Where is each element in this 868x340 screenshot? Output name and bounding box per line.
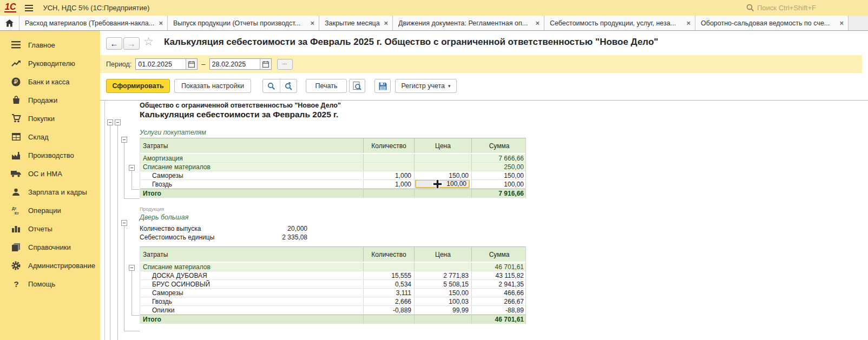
cell-qty[interactable]: 2,666 (363, 297, 414, 305)
cell-qty[interactable]: 15,555 (363, 271, 414, 279)
close-icon[interactable]: × (384, 19, 388, 27)
table-row[interactable]: Гвоздь 1,000 100,00 100,00 (140, 180, 525, 189)
cell-name[interactable]: Гвоздь (140, 180, 363, 188)
table-row[interactable]: Саморезы 1,000 150,00 150,00 (140, 171, 525, 180)
cell-name[interactable]: Опилки (140, 306, 363, 314)
find-next-button[interactable] (280, 79, 297, 92)
cell-price[interactable]: 100,03 (414, 297, 471, 305)
sidebar-item-operacii[interactable]: ДтКт Операции (0, 201, 100, 219)
cell-sum[interactable]: 46 701,61 (471, 263, 527, 271)
cell-qty[interactable]: 3,111 (363, 289, 414, 297)
global-search[interactable] (746, 4, 863, 12)
cell-name[interactable]: Саморезы (140, 171, 363, 179)
tab-month-closing[interactable]: Закрытие месяца × (319, 16, 393, 30)
selected-cell[interactable]: 100,00 (414, 180, 471, 188)
cell-price[interactable] (414, 315, 471, 324)
table-row[interactable]: Саморезы 3,111 150,00 466,66 (140, 289, 525, 297)
sidebar-item-os-i-nma[interactable]: ОС и НМА (0, 164, 100, 183)
cell-sum[interactable]: 150,00 (471, 171, 527, 179)
forward-button[interactable]: → (123, 37, 140, 50)
cell-sum[interactable]: 100,00 (471, 180, 527, 188)
find-button[interactable] (263, 79, 280, 92)
cell-sum[interactable]: 2 941,35 (471, 280, 527, 288)
cell-sum[interactable]: 46 701,61 (471, 315, 527, 324)
close-icon[interactable]: × (310, 19, 314, 27)
cell-price[interactable]: 99,99 (414, 306, 471, 314)
collapse-icon[interactable] (107, 119, 113, 125)
cell-name[interactable]: БРУС ОСИНОВЫЙ (140, 280, 363, 288)
cell-sum[interactable]: 466,66 (471, 289, 527, 297)
table-row[interactable]: Опилки -0,889 99,99 -88,89 (140, 306, 525, 315)
sidebar-item-bank-i-kassa[interactable]: P Банк и касса (0, 72, 100, 91)
cell-qty[interactable] (363, 189, 414, 198)
collapse-icon[interactable] (129, 265, 135, 271)
tab-material-expense[interactable]: Расход материалов (Требования-накла... × (19, 16, 168, 30)
sidebar-item-pomosch[interactable]: ? Помощь (0, 275, 100, 293)
cell-name[interactable]: Саморезы (140, 289, 363, 297)
register-menu-button[interactable]: Регистр учета ▾ (395, 79, 457, 93)
print-preview-button[interactable] (349, 79, 365, 93)
cell-qty[interactable] (363, 263, 414, 271)
sidebar-item-glavnoe[interactable]: Главное (0, 36, 100, 54)
tab-document-movements[interactable]: Движения документа: Регламентная оп... × (393, 16, 544, 30)
tab-product-output[interactable]: Выпуск продукции (Отчеты производст... × (168, 16, 319, 30)
cell-price[interactable] (414, 189, 471, 198)
sidebar-item-rukovoditelyu[interactable]: Руководителю (0, 54, 100, 72)
cell-name[interactable]: Гвоздь (140, 297, 363, 305)
collapse-icon[interactable] (115, 119, 121, 125)
search-input[interactable] (757, 4, 854, 12)
cell-qty[interactable] (363, 163, 414, 171)
cell-price[interactable]: 2 771,83 (414, 271, 471, 279)
table-row[interactable]: Списание материалов 250,00 (140, 163, 525, 171)
cell-name[interactable]: Итого (140, 189, 363, 198)
cell-sum[interactable]: 250,00 (471, 163, 527, 171)
cell-sum[interactable]: 7 916,66 (471, 189, 527, 198)
cell-name[interactable]: Амортизация (140, 154, 363, 162)
save-button[interactable] (374, 79, 391, 93)
back-button[interactable]: ← (106, 37, 122, 50)
cell-price[interactable] (414, 154, 471, 162)
calendar-icon[interactable] (260, 59, 271, 69)
cell-price[interactable]: 5 508,15 (414, 280, 471, 288)
cell-name[interactable]: Итого (140, 315, 363, 324)
calendar-icon[interactable] (186, 59, 197, 69)
collapse-icon[interactable] (121, 137, 127, 143)
show-settings-button[interactable]: Показать настройки (174, 79, 251, 93)
table-row[interactable]: Списание материалов 46 701,61 (140, 263, 525, 271)
period-to-input[interactable] (210, 61, 260, 68)
main-menu-icon[interactable] (25, 5, 33, 11)
cell-sum[interactable]: 43 115,82 (471, 271, 527, 279)
close-icon[interactable]: × (839, 19, 844, 27)
sidebar-item-administrirovanie[interactable]: Администрирование (0, 256, 100, 275)
cell-sum[interactable]: -88,89 (471, 306, 527, 314)
sidebar-item-prodazhi[interactable]: Продажи (0, 91, 100, 109)
cell-price[interactable]: 150,00 (414, 171, 471, 179)
tab-cost-of-production[interactable]: Себестоимость продукции, услуг, неза... … (544, 16, 695, 30)
cell-qty[interactable]: -0,889 (363, 306, 414, 314)
cell-qty[interactable]: 0,534 (363, 280, 414, 288)
sidebar-item-proizvodstvo[interactable]: Производство (0, 146, 100, 164)
collapse-icon[interactable] (129, 165, 135, 171)
period-from-input[interactable] (136, 61, 186, 68)
table-row[interactable]: ДОСКА ДУБОВАЯ 15,555 2 771,83 43 115,82 (140, 271, 525, 280)
cell-name[interactable]: Списание материалов (140, 163, 363, 171)
print-button[interactable]: Печать (306, 79, 347, 93)
collapse-icon[interactable] (121, 220, 127, 226)
period-from-field[interactable] (135, 58, 198, 70)
cell-qty[interactable] (363, 154, 414, 162)
home-tab[interactable] (0, 16, 19, 30)
table-row[interactable]: Амортизация 7 666,66 (140, 154, 525, 163)
generate-button[interactable]: Сформировать (106, 79, 170, 93)
cell-qty[interactable]: 1,000 (363, 171, 414, 179)
period-more-button[interactable]: ... (277, 59, 293, 70)
table-row[interactable]: БРУС ОСИНОВЫЙ 0,534 5 508,15 2 941,35 (140, 280, 525, 289)
sidebar-item-zarplata-i-kadry[interactable]: Зарплата и кадры (0, 183, 100, 201)
close-icon[interactable]: × (159, 19, 163, 27)
cell-name[interactable]: Списание материалов (140, 263, 363, 271)
cell-sum[interactable]: 266,67 (471, 297, 527, 305)
cell-qty[interactable] (363, 315, 414, 324)
sidebar-item-sklad[interactable]: Склад (0, 128, 100, 146)
sidebar-item-spravochniki[interactable]: Справочники (0, 238, 100, 256)
cell-price[interactable]: 150,00 (414, 289, 471, 297)
tab-turnover-balance[interactable]: Оборотно-сальдовая ведомость по сче... × (695, 16, 849, 30)
